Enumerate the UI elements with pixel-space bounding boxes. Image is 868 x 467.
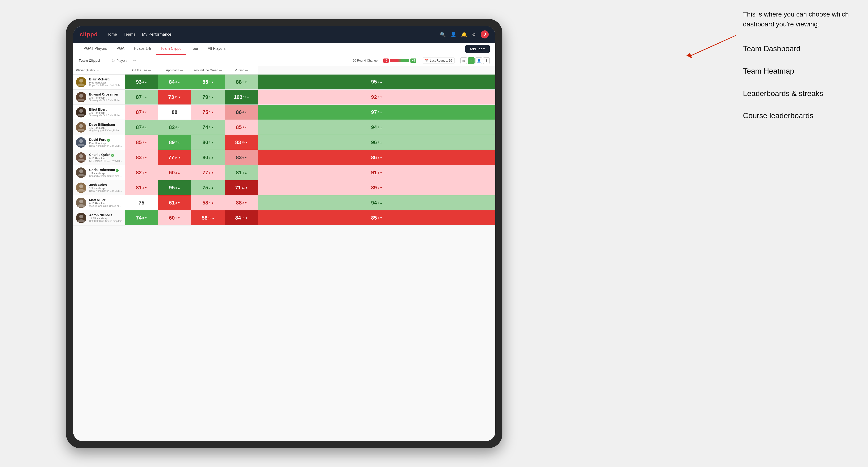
metric-cell-putting: 882	[225, 195, 258, 210]
avatar	[76, 213, 86, 223]
view-download-btn[interactable]: ⬇	[483, 57, 490, 64]
user-icon[interactable]: 👤	[451, 32, 456, 37]
view-grid-btn[interactable]: ⊞	[460, 57, 467, 64]
nav-link-performance[interactable]: My Performance	[142, 31, 172, 38]
add-team-button[interactable]: Add Team	[465, 45, 490, 53]
player-cell[interactable]: Charlie Quick✓6-10 HandicapSt. George's …	[73, 150, 125, 165]
metric-change-approach: 11	[175, 96, 181, 99]
metric-cell-around-green: 773	[191, 165, 225, 180]
metric-value-around-green: 74	[203, 124, 208, 130]
verified-badge: ✓	[116, 169, 119, 172]
tab-all-players[interactable]: All Players	[203, 43, 230, 55]
metric-value-approach: 60	[169, 169, 175, 176]
last-rounds-button[interactable]: 📅 Last Rounds: 20	[422, 58, 455, 63]
metric-value-putting: 85	[236, 124, 242, 130]
table-header-row: Player Quality ▼ Off the Tee — Approach …	[73, 66, 495, 74]
view-person-btn[interactable]: 👤	[475, 57, 482, 64]
col-header-player[interactable]: Player Quality ▼	[73, 66, 125, 74]
player-cell[interactable]: Edward Crossman1-5 HandicapSunningdale G…	[73, 90, 125, 105]
tablet-screen: clippd Home Teams My Performance 🔍 👤 🔔 ⚙…	[73, 26, 495, 441]
avatar	[76, 107, 86, 118]
bell-icon[interactable]: 🔔	[461, 32, 467, 37]
player-cell[interactable]: David Ford✓Plus HandicapRoyal North Devo…	[73, 135, 125, 150]
col-header-approach[interactable]: Approach —	[158, 66, 191, 74]
svg-point-11	[79, 139, 83, 143]
table-row[interactable]: Chris Robertson✓1-5 HandicapCraigmillar …	[73, 165, 495, 180]
metric-value-around-green: 58	[203, 200, 208, 206]
metric-change-putting: 4	[243, 171, 247, 174]
metric-cell-around-green: 799	[191, 90, 225, 105]
metric-value-approach: 88	[172, 109, 177, 115]
metric-change-around-green: 10	[208, 217, 214, 219]
metric-value-around-green: 77	[203, 169, 208, 176]
col-header-off-tee[interactable]: Off the Tee —	[125, 66, 158, 74]
tab-pga[interactable]: PGA	[112, 43, 129, 55]
player-cell[interactable]: Blair McHargPlus HandicapRoyal North Dev…	[73, 74, 125, 90]
player-cell[interactable]: Josh Coles1-5 HandicapRoyal North Devon …	[73, 180, 125, 195]
metric-value-approach: 61	[169, 200, 175, 206]
player-cell[interactable]: Elliot Ebert1-5 HandicapSunningdale Golf…	[73, 105, 125, 120]
change-positive: +5	[410, 59, 416, 63]
player-cell[interactable]: Aaron Nicholls11-15 HandicapDrift Golf C…	[73, 210, 125, 225]
metric-cell-approach: 846	[158, 74, 191, 90]
tab-pgat[interactable]: PGAT Players	[79, 43, 112, 55]
metric-change-putting: 6	[243, 156, 247, 159]
metric-value-off-tee: 74	[136, 215, 142, 221]
table-row[interactable]: Charlie Quick✓6-10 HandicapSt. George's …	[73, 150, 495, 165]
team-info-bar: Team Clippd | 14 Players ✏ 20 Round Chan…	[73, 55, 495, 66]
annotation-intro: This is where you can choose which dashb…	[743, 9, 861, 29]
metric-change-putting: 1	[243, 81, 247, 84]
metric-change-off-tee: 3	[143, 111, 147, 114]
settings-icon[interactable]: ⚙	[472, 32, 476, 37]
player-cell[interactable]: Chris Robertson✓1-5 HandicapCraigmillar …	[73, 165, 125, 180]
metric-cell-quality: 892	[258, 180, 495, 195]
metric-value-putting: 88	[236, 79, 242, 85]
table-row[interactable]: Elliot Ebert1-5 HandicapSunningdale Golf…	[73, 105, 495, 120]
metric-change-approach: 4	[176, 126, 180, 129]
view-toggle: ⊞ ≡ 👤 ⬇	[460, 57, 490, 64]
metric-value-quality: 97	[371, 109, 377, 115]
player-club: Royal North Devon Golf Club, United King…	[89, 84, 122, 87]
svg-point-5	[79, 94, 83, 98]
col-header-around-green[interactable]: Around the Green —	[191, 66, 225, 74]
metric-change-quality: 3	[378, 171, 382, 174]
edit-icon[interactable]: ✏	[133, 59, 136, 63]
verified-badge: ✓	[111, 154, 114, 157]
player-name: Matt Miller	[89, 198, 122, 202]
table-row[interactable]: David Ford✓Plus HandicapRoyal North Devo…	[73, 135, 495, 150]
metric-change-around-green: 2	[209, 186, 214, 189]
metric-value-quality: 96	[371, 139, 377, 146]
player-name: Aaron Nicholls	[89, 213, 122, 217]
player-cell[interactable]: Dave Billingham1-5 HandicapGog Magog Gol…	[73, 120, 125, 135]
avatar[interactable]: U	[481, 30, 489, 38]
nav-link-teams[interactable]: Teams	[124, 31, 135, 38]
change-negative: -5	[383, 59, 389, 63]
metric-value-off-tee: 75	[139, 200, 144, 206]
view-list-btn[interactable]: ≡	[468, 57, 474, 64]
table-row[interactable]: Blair McHargPlus HandicapRoyal North Dev…	[73, 74, 495, 90]
metric-change-quality: 5	[378, 111, 382, 114]
metric-change-quality: 3	[378, 141, 382, 144]
tab-team-clippd[interactable]: Team Clippd	[156, 43, 186, 55]
table-row[interactable]: Josh Coles1-5 HandicapRoyal North Devon …	[73, 180, 495, 195]
metric-value-around-green: 75	[203, 109, 208, 115]
metric-value-around-green: 80	[203, 139, 208, 146]
tab-hcaps[interactable]: Hcaps 1-5	[129, 43, 156, 55]
metric-cell-quality: 923	[258, 90, 495, 105]
table-row[interactable]: Dave Billingham1-5 HandicapGog Magog Gol…	[73, 120, 495, 135]
search-icon[interactable]: 🔍	[440, 32, 446, 37]
player-handicap: 1-5 Handicap	[89, 111, 122, 114]
annotation-item: Leaderboards & streaks	[743, 88, 861, 99]
nav-link-home[interactable]: Home	[106, 31, 117, 38]
metric-value-off-tee: 87	[136, 94, 142, 100]
metric-cell-quality: 913	[258, 165, 495, 180]
tab-tour[interactable]: Tour	[186, 43, 203, 55]
table-row[interactable]: Matt Miller6-10 HandicapWoburn Golf Club…	[73, 195, 495, 210]
metric-value-quality: 91	[371, 169, 377, 176]
player-cell[interactable]: Matt Miller6-10 HandicapWoburn Golf Club…	[73, 195, 125, 210]
table-row[interactable]: Edward Crossman1-5 HandicapSunningdale G…	[73, 90, 495, 105]
table-row[interactable]: Aaron Nicholls11-15 HandicapDrift Golf C…	[73, 210, 495, 225]
player-name: Chris Robertson✓	[89, 168, 122, 172]
metric-cell-putting: 8421	[225, 210, 258, 225]
col-header-putting[interactable]: Putting —	[225, 66, 258, 74]
